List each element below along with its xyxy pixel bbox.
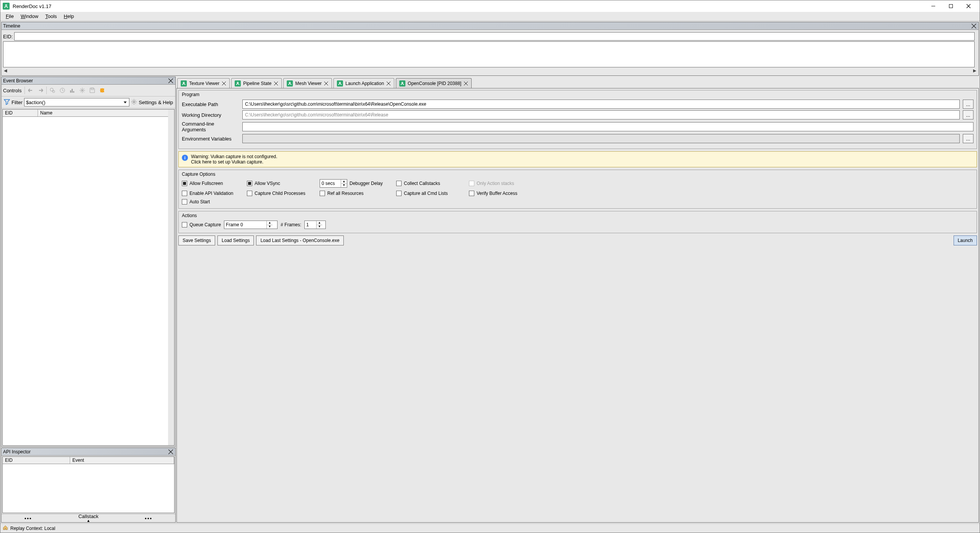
titlebar: RenderDoc v1.17 [0, 0, 980, 12]
wd-browse-button[interactable]: ... [963, 110, 973, 119]
env-edit-button[interactable]: ... [963, 134, 973, 143]
info-icon: i [182, 155, 188, 161]
barchart-icon[interactable] [68, 86, 77, 95]
allow-vsync-check[interactable]: Allow VSync [247, 181, 320, 186]
eid-label: EID: [3, 34, 13, 39]
timeline-close-icon[interactable] [971, 23, 977, 29]
queue-capture-check[interactable]: Queue Capture [182, 222, 221, 227]
args-input[interactable] [242, 122, 973, 131]
menu-window[interactable]: Window [18, 13, 41, 20]
launch-button[interactable]: Launch [954, 235, 977, 245]
clock-icon[interactable] [58, 86, 67, 95]
event-browser-close-icon[interactable] [168, 78, 174, 84]
tab-launch-application[interactable]: Launch Application [333, 78, 394, 88]
exe-browse-button[interactable]: ... [963, 100, 973, 109]
timeline-scrollbar[interactable]: ◀ ▶ [3, 68, 977, 74]
allow-fullscreen-check[interactable]: Allow Fullscreen [182, 181, 247, 186]
timeline-canvas[interactable] [3, 41, 975, 67]
wd-label: Working Directory [182, 112, 239, 118]
tab-close-icon[interactable] [464, 81, 468, 86]
load-last-settings-button[interactable]: Load Last Settings - OpenConsole.exe [256, 235, 343, 245]
tab-texture-viewer[interactable]: Texture Viewer [177, 78, 230, 88]
menubar: File Window Tools Help [0, 12, 980, 21]
tab-close-icon[interactable] [386, 81, 391, 86]
ref-all-check[interactable]: Ref all Resources [320, 191, 396, 196]
col-name[interactable]: Name [38, 110, 174, 116]
event-list[interactable] [3, 117, 174, 445]
scroll-left-icon[interactable]: ◀ [4, 68, 7, 73]
menu-tools[interactable]: Tools [42, 13, 60, 20]
svg-point-36 [402, 82, 403, 83]
exe-path-label: Executable Path [182, 101, 239, 107]
actions-group: Actions Queue Capture ▲▼ # Frames: ▲▼ [178, 211, 977, 233]
env-label: Environment Variables [182, 136, 239, 142]
tab-mesh-viewer[interactable]: Mesh Viewer [283, 78, 332, 88]
capture-options-group: Capture Options Allow Fullscreen Allow V… [178, 170, 977, 209]
minimize-button[interactable] [924, 0, 942, 12]
eid-input[interactable] [14, 32, 975, 41]
api-inspector-title: API Inspector [3, 449, 31, 455]
close-button[interactable] [960, 0, 977, 12]
mesh-viewer-icon [287, 80, 293, 87]
tab-close-icon[interactable] [324, 81, 328, 86]
program-title: Program [182, 92, 973, 97]
api-list[interactable] [3, 464, 174, 513]
load-settings-button[interactable]: Load Settings [217, 235, 254, 245]
status-text: Replay Context: Local [10, 526, 55, 531]
callstack-toggle[interactable]: Callstack ▲ [78, 514, 99, 522]
api-col-event[interactable]: Event [70, 457, 174, 464]
args-label: Command-line Arguments [182, 121, 239, 132]
puzzle-icon[interactable] [98, 86, 106, 95]
frames-count-spinner[interactable]: ▲▼ [304, 221, 326, 229]
frame-spinner[interactable]: ▲▼ [224, 221, 278, 229]
filter-combo[interactable]: $action() [24, 98, 130, 106]
capture-options-title: Capture Options [182, 172, 973, 177]
callstack-drag-left-icon[interactable]: ••• [24, 515, 32, 521]
gear-icon[interactable] [131, 99, 137, 106]
nav-back-icon[interactable] [26, 86, 35, 95]
find-icon[interactable] [48, 86, 57, 95]
launch-pane: Program Executable Path ... Working Dire… [176, 88, 979, 523]
scroll-right-icon[interactable]: ▶ [973, 68, 976, 73]
api-col-eid[interactable]: EID [3, 457, 70, 464]
funnel-icon[interactable] [4, 99, 10, 106]
tab-pipeline-state[interactable]: Pipeline State [231, 78, 282, 88]
tab-close-icon[interactable] [222, 81, 226, 86]
svg-point-30 [289, 82, 291, 83]
texture-viewer-icon [181, 80, 187, 87]
save-icon[interactable] [88, 86, 96, 95]
maximize-button[interactable] [942, 0, 960, 12]
frames-label: # Frames: [281, 222, 301, 227]
enable-api-validation-check[interactable]: Enable API Validation [182, 191, 247, 196]
svg-line-11 [53, 91, 54, 92]
exe-path-input[interactable] [242, 100, 960, 109]
timeline-pane: Timeline EID: ◀ ▶ [1, 22, 979, 76]
col-eid[interactable]: EID [3, 110, 38, 116]
wd-input[interactable] [242, 110, 960, 119]
capture-all-cmd-check[interactable]: Capture all Cmd Lists [396, 191, 469, 196]
event-list-scrollbar[interactable] [168, 110, 174, 445]
auto-start-check[interactable]: Auto Start [182, 199, 247, 204]
svg-point-33 [340, 82, 341, 83]
collect-callstacks-check[interactable]: Collect Callstacks [396, 181, 469, 186]
debugger-delay-spinner[interactable]: ▲▼ [320, 179, 347, 188]
settings-help-label[interactable]: Settings & Help [139, 100, 173, 105]
app-icon [3, 3, 10, 10]
nav-forward-icon[interactable] [36, 86, 45, 95]
snowflake-icon[interactable] [78, 86, 87, 95]
verify-buffer-check[interactable]: Verify Buffer Access [469, 191, 542, 196]
svg-rect-20 [91, 88, 93, 90]
tab-close-icon[interactable] [274, 81, 278, 86]
home-icon [3, 525, 8, 531]
api-inspector-close-icon[interactable] [168, 449, 174, 455]
event-browser-pane: Event Browser Controls [1, 77, 176, 447]
save-settings-button[interactable]: Save Settings [178, 235, 215, 245]
menu-help[interactable]: Help [61, 13, 77, 20]
vulkan-warning[interactable]: i Warning: Vulkan capture is not configu… [178, 151, 977, 167]
menu-file[interactable]: File [3, 13, 17, 20]
env-input [242, 134, 960, 143]
tab-openconsole[interactable]: OpenConsole [PID 20388] [396, 78, 472, 88]
controls-label: Controls [3, 88, 23, 93]
callstack-drag-right-icon[interactable]: ••• [145, 515, 152, 521]
capture-child-check[interactable]: Capture Child Processes [247, 191, 320, 196]
